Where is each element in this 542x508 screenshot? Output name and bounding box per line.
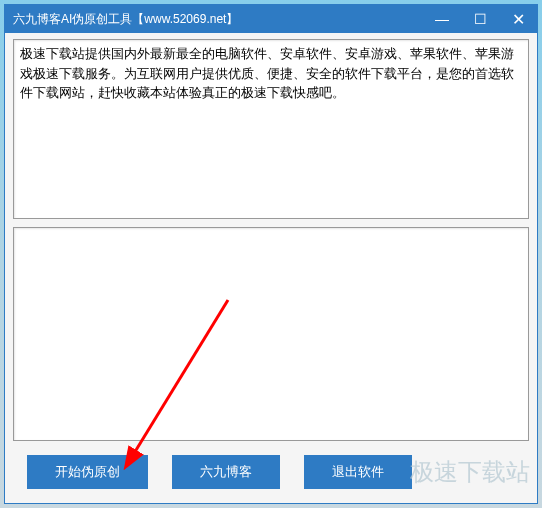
exit-button[interactable]: 退出软件 [304, 455, 412, 489]
input-textarea[interactable] [14, 40, 528, 218]
minimize-button[interactable]: — [423, 5, 461, 33]
titlebar: 六九博客AI伪原创工具【www.52069.net】 — ☐ ✕ [5, 5, 537, 33]
window-controls: — ☐ ✕ [423, 5, 537, 33]
maximize-button[interactable]: ☐ [461, 5, 499, 33]
input-panel [13, 39, 529, 219]
window-title: 六九博客AI伪原创工具【www.52069.net】 [13, 11, 238, 28]
app-window: 六九博客AI伪原创工具【www.52069.net】 — ☐ ✕ 开始伪原创 六… [4, 4, 538, 504]
output-textarea[interactable] [14, 228, 528, 440]
window-body: 开始伪原创 六九博客 退出软件 [5, 33, 537, 503]
close-button[interactable]: ✕ [499, 5, 537, 33]
start-button[interactable]: 开始伪原创 [27, 455, 148, 489]
blog-button[interactable]: 六九博客 [172, 455, 280, 489]
button-row: 开始伪原创 六九博客 退出软件 [13, 451, 529, 497]
output-panel [13, 227, 529, 441]
